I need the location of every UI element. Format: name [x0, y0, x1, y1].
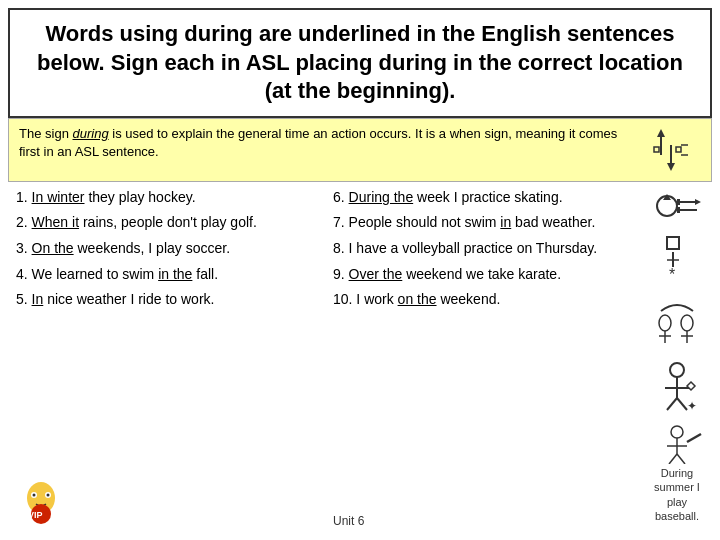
- svg-marker-18: [695, 199, 701, 205]
- icons-column: *: [642, 184, 712, 532]
- info-row: The sign during is used to explain the g…: [8, 118, 712, 182]
- unit-label: Unit 6: [333, 510, 634, 528]
- info-text-before: The sign: [19, 126, 72, 141]
- svg-line-44: [687, 434, 701, 442]
- sentence-8: 8. I have a volleyball practice on Thurs…: [333, 239, 634, 259]
- page: Words using during are underlined in the…: [0, 0, 720, 540]
- info-italic-word: during: [72, 126, 108, 141]
- content-area: 1. In winter they play hockey. 2. When i…: [8, 184, 712, 532]
- mascot: VIP: [16, 478, 66, 528]
- svg-point-11: [33, 494, 36, 497]
- title-box: Words using during are underlined in the…: [8, 8, 712, 118]
- svg-text:VIP: VIP: [28, 510, 43, 520]
- info-text-after: is used to explain the general time an a…: [19, 126, 617, 159]
- sentence-10: 10. I work on the weekend.: [333, 290, 634, 310]
- svg-rect-20: [677, 199, 680, 205]
- sentence-2: 2. When it rains, people don't play golf…: [16, 213, 317, 233]
- svg-line-35: [667, 398, 677, 410]
- svg-marker-3: [667, 163, 675, 171]
- sentence-1: 1. In winter they play hockey.: [16, 188, 317, 208]
- left-column: 1. In winter they play hockey. 2. When i…: [8, 184, 325, 532]
- svg-rect-4: [654, 147, 659, 152]
- svg-point-32: [670, 363, 684, 377]
- during-caption: During summer I play baseball.: [644, 464, 710, 525]
- svg-marker-1: [657, 129, 665, 137]
- sentence-7: 7. People should not swim in bad weather…: [333, 213, 634, 233]
- sentence-9: 9. Over the weekend we take karate.: [333, 265, 634, 285]
- asl-top-icon: [641, 125, 701, 175]
- asl-icon-4: ✦: [651, 360, 703, 415]
- info-text: The sign during is used to explain the g…: [19, 125, 641, 161]
- sentence-4: 4. We learned to swim in the fall.: [16, 265, 317, 285]
- svg-line-42: [669, 454, 677, 464]
- right-column: 6. During the week I practice skating. 7…: [325, 184, 642, 532]
- sentence-6: 6. During the week I practice skating.: [333, 188, 634, 208]
- page-title: Words using during are underlined in the…: [37, 21, 683, 103]
- sentence-5: 5. In nice weather I ride to work.: [16, 290, 317, 310]
- svg-line-43: [677, 454, 685, 464]
- svg-line-36: [677, 398, 687, 410]
- svg-point-39: [671, 426, 683, 438]
- svg-text:*: *: [669, 266, 675, 282]
- during-icon-block: During summer I play baseball.: [644, 424, 710, 525]
- asl-icon-3: [651, 291, 703, 351]
- sentence-3: 3. On the weekends, I play soccer.: [16, 239, 317, 259]
- svg-rect-22: [667, 237, 679, 249]
- asl-icon-1: [651, 190, 703, 222]
- svg-point-29: [681, 315, 693, 331]
- asl-icon-2: *: [657, 232, 697, 282]
- svg-point-26: [659, 315, 671, 331]
- svg-rect-21: [677, 207, 680, 213]
- svg-text:✦: ✦: [687, 399, 697, 413]
- svg-point-12: [47, 494, 50, 497]
- svg-rect-5: [676, 147, 681, 152]
